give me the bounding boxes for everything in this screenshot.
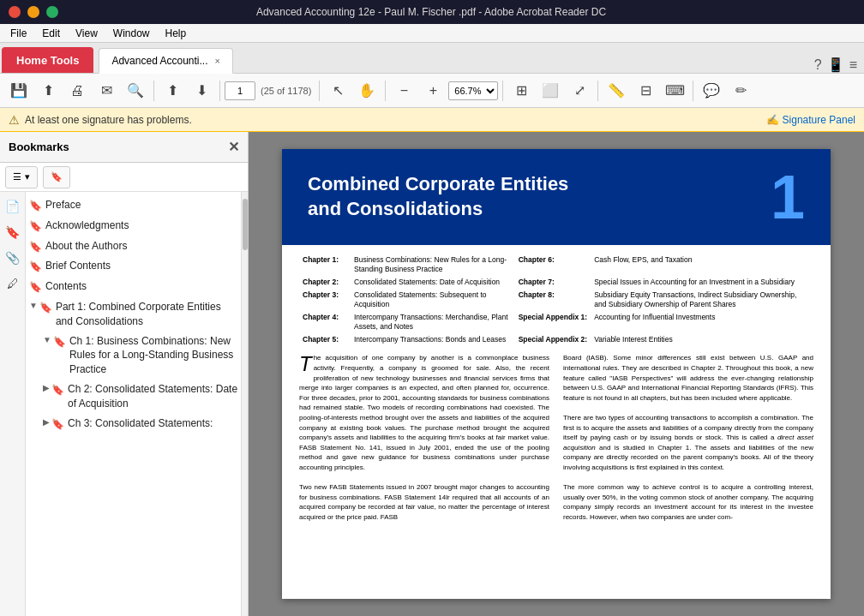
left-panel: Bookmarks ✕ ☰▾ 🔖 📄 🔖 📎 🖊 🔖 Preface [0, 132, 249, 616]
body-paragraph-2: Two new FASB Statements issued in 2007 b… [299, 482, 549, 522]
bookmark-icon: 🔖 [53, 335, 66, 350]
separator2 [219, 81, 220, 101]
page-up-button[interactable]: ⬆ [159, 78, 186, 104]
grid-button[interactable]: ⊟ [632, 78, 659, 104]
separator4 [385, 81, 386, 101]
chapter-table: Chapter 1: Business Combinations: New Ru… [299, 254, 813, 346]
body-paragraph-3: Board (IASB). Some minor differences sti… [563, 353, 813, 403]
draw-button[interactable]: ✏ [727, 78, 754, 104]
tab-active-document[interactable]: Advanced Accounti... × [99, 48, 233, 74]
upload-button[interactable]: ⬆ [34, 78, 62, 104]
sidebar-signatures-icon[interactable]: 🖊 [2, 272, 24, 295]
ruler-button[interactable]: 📏 [603, 78, 630, 104]
chapter-num-3: Chapter 3: [299, 289, 351, 311]
bookmark-ch2[interactable]: ▶ 🔖 Ch 2: Consolidated Statements: Date … [26, 380, 248, 414]
warning-text: At least one signature has problems. [25, 114, 761, 126]
chapter-desc-8: Subsidiary Equity Transactions, Indirect… [591, 289, 813, 311]
save-button[interactable]: 💾 [5, 78, 33, 104]
signature-panel-link[interactable]: ✍ Signature Panel [766, 114, 855, 126]
search-button[interactable]: 🔍 [122, 78, 149, 104]
chapter-num-1: Chapter 1: [299, 254, 351, 276]
table-row: Chapter 4: Intercompany Transactions: Me… [299, 311, 813, 333]
sidebar-pages-icon[interactable]: 📄 [2, 195, 24, 218]
window-controls[interactable] [9, 6, 58, 18]
table-row: Chapter 3: Consolidated Statements: Subs… [299, 289, 813, 311]
separator5 [502, 81, 503, 101]
bookmark-options-button[interactable]: ☰▾ [5, 166, 38, 188]
scroll-bar[interactable] [241, 192, 248, 616]
chapter-num-4: Chapter 4: [299, 311, 351, 333]
chapter-header: Combined Corporate Entitiesand Consolida… [282, 149, 831, 245]
fit-width-button[interactable]: ⬜ [537, 78, 564, 104]
sidebar-bookmarks-icon[interactable]: 🔖 [2, 221, 24, 243]
bookmark-preface[interactable]: 🔖 Preface [26, 195, 248, 216]
table-row: Chapter 5: Intercompany Transactions: Bo… [299, 333, 813, 346]
menu-bar: File Edit View Window Help [0, 24, 864, 43]
keyboard-button[interactable]: ⌨ [661, 78, 688, 104]
bookmark-icon: 🔖 [51, 383, 64, 398]
bookmark-contents[interactable]: 🔖 Contents [26, 277, 248, 297]
panel-header: Bookmarks ✕ [0, 132, 248, 163]
fit-page-button[interactable]: ⊞ [507, 78, 535, 104]
tab-bar: Home Tools Advanced Accounti... × ? 📱 ≡ [0, 43, 864, 74]
tab-home-tools[interactable]: Home Tools [2, 47, 93, 73]
comment-button[interactable]: 💬 [698, 78, 725, 104]
table-row: Chapter 2: Consolidated Statements: Date… [299, 276, 813, 289]
sidebar-attachments-icon[interactable]: 📎 [2, 247, 24, 269]
panel-title: Bookmarks [9, 141, 69, 153]
table-row: Chapter 1: Business Combinations: New Ru… [299, 254, 813, 276]
tab-close-button[interactable]: × [215, 56, 220, 66]
maximize-button[interactable] [46, 6, 58, 18]
body-column-2: Board (IASB). Some minor differences sti… [563, 353, 813, 522]
close-button[interactable] [9, 6, 21, 18]
toolbar: 💾 ⬆ 🖨 ✉ 🔍 ⬆ ⬇ (25 of 1178) ↖ ✋ − + 50% 6… [0, 74, 864, 108]
warning-bar: ⚠ At least one signature has problems. ✍… [0, 108, 864, 132]
expand-icon[interactable]: ▶ [43, 416, 50, 428]
print-button[interactable]: 🖨 [63, 78, 91, 104]
bookmark-ch3[interactable]: ▶ 🔖 Ch 3: Consolidated Statements: [26, 414, 248, 434]
bookmark-about-authors[interactable]: 🔖 About the Authors [26, 236, 248, 257]
more-icon[interactable]: ≡ [849, 57, 857, 73]
page-down-button[interactable]: ⬇ [188, 78, 215, 104]
expand-icon[interactable]: ▶ [43, 382, 50, 394]
chapter-num-6: Chapter 6: [515, 254, 591, 276]
menu-edit[interactable]: Edit [35, 26, 67, 41]
body-column-1: The acquisition of one company by anothe… [299, 353, 549, 522]
bookmark-ch1[interactable]: ▼ 🔖 Ch 1: Business Combinations: New Rul… [26, 332, 248, 380]
pdf-page: Combined Corporate Entitiesand Consolida… [282, 149, 831, 599]
zoom-in-button[interactable]: + [419, 78, 447, 104]
page-number-input[interactable] [225, 81, 255, 100]
pdf-viewer[interactable]: Combined Corporate Entitiesand Consolida… [249, 132, 864, 616]
tab-actions: ? 📱 ≡ [807, 57, 864, 73]
drop-cap: T [299, 353, 314, 373]
zoom-selector[interactable]: 50% 66.7% 75% 100% 125% 150% [448, 81, 498, 100]
menu-view[interactable]: View [69, 26, 105, 41]
body-paragraph-1: The acquisition of one company by anothe… [299, 353, 549, 472]
mobile-icon[interactable]: 📱 [827, 57, 844, 73]
expand-button[interactable]: ⤢ [566, 78, 593, 104]
chapter-desc-3: Consolidated Statements: Subsequent to A… [351, 289, 515, 311]
bookmark-icon: 🔖 [29, 219, 42, 234]
bookmark-brief-contents[interactable]: 🔖 Brief Contents [26, 256, 248, 277]
cursor-tool-button[interactable]: ↖ [324, 78, 351, 104]
chapter-desc-4: Intercompany Transactions: Merchandise, … [351, 311, 515, 333]
help-icon[interactable]: ? [814, 57, 822, 73]
zoom-out-button[interactable]: − [390, 78, 417, 104]
special-desc-1: Accounting for Influential Investments [591, 311, 813, 333]
menu-file[interactable]: File [3, 26, 33, 41]
menu-help[interactable]: Help [159, 26, 194, 41]
expand-icon[interactable]: ▼ [29, 300, 38, 312]
main-content: Bookmarks ✕ ☰▾ 🔖 📄 🔖 📎 🖊 🔖 Preface [0, 132, 864, 616]
panel-close-button[interactable]: ✕ [228, 139, 239, 155]
menu-window[interactable]: Window [106, 26, 157, 41]
special-desc-2: Variable Interest Entities [591, 333, 813, 346]
scroll-thumb[interactable] [243, 199, 248, 250]
bookmark-acknowledgments[interactable]: 🔖 Acknowledgments [26, 216, 248, 236]
minimize-button[interactable] [27, 6, 39, 18]
new-bookmark-button[interactable]: 🔖 [43, 166, 70, 188]
email-button[interactable]: ✉ [93, 78, 120, 104]
bookmark-part1[interactable]: ▼ 🔖 Part 1: Combined Corporate Entities … [26, 297, 248, 332]
bookmark-icon: 🔖 [29, 280, 42, 295]
hand-tool-button[interactable]: ✋ [353, 78, 381, 104]
expand-icon[interactable]: ▼ [43, 334, 51, 346]
